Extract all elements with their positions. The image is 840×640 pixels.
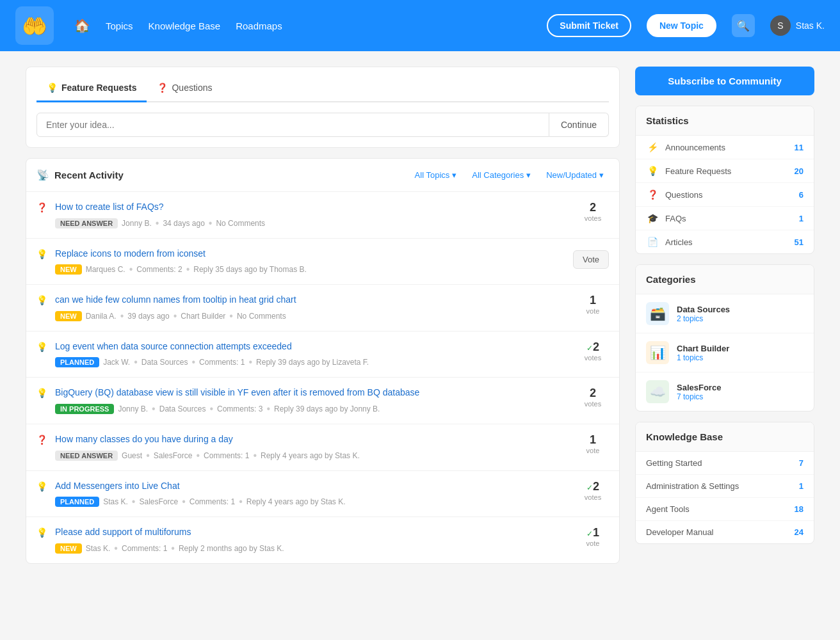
category-topics: 2 topics: [677, 314, 804, 323]
all-categories-filter[interactable]: All Categories ▾: [467, 168, 536, 182]
activity-header: 📡 Recent Activity All Topics ▾ All Categ…: [26, 159, 619, 192]
topic-row: ❓ How to create list of FAQs? Need Answe…: [26, 192, 619, 239]
kb-count: 1: [799, 481, 804, 491]
vote-area: 1 vote: [577, 433, 609, 454]
stat-label: Questions: [665, 190, 793, 200]
topic-title[interactable]: Please add support of multiforums: [55, 526, 569, 539]
topic-title[interactable]: How to create list of FAQs?: [55, 201, 569, 214]
vote-label: votes: [577, 354, 609, 362]
home-icon[interactable]: 🏠: [74, 18, 90, 33]
topic-title[interactable]: BigQuery (BQ) database view is still vis…: [55, 387, 569, 399]
nav-topics[interactable]: Topics: [106, 20, 133, 31]
vote-check: ✓: [586, 483, 593, 492]
stat-label: Articles: [665, 237, 788, 247]
stat-icon: 💡: [646, 166, 659, 176]
vote-area: ✓1 vote: [577, 526, 609, 547]
vote-count: 2: [590, 201, 596, 214]
topic-title[interactable]: How many classes do you have during a da…: [55, 433, 569, 446]
all-topics-filter[interactable]: All Topics ▾: [410, 168, 462, 182]
stat-row: 📄 Articles 51: [636, 230, 814, 253]
kb-row[interactable]: Administration & Settings 1: [636, 475, 814, 498]
category-info: SalesForce 7 topics: [677, 383, 804, 401]
kb-label: Agent Tools: [646, 504, 795, 514]
topic-title[interactable]: Log event when data source connection at…: [55, 340, 569, 353]
kb-list: Getting Started 7 Administration & Setti…: [636, 452, 814, 543]
topic-type-icon: 💡: [36, 388, 47, 398]
continue-button[interactable]: Continue: [549, 113, 609, 137]
category-row[interactable]: 📊 Chart Builder 1 topics: [636, 333, 814, 372]
topic-title[interactable]: Replace icons to modern from iconset: [55, 248, 565, 260]
topic-row: 💡 can we hide few column names from tool…: [26, 285, 619, 332]
topic-content: Log event when data source connection at…: [55, 340, 569, 369]
vote-count: 2: [593, 480, 599, 493]
kb-row[interactable]: Developer Manual 24: [636, 521, 814, 543]
categories-section: Categories 🗃️ Data Sources 2 topics 📊 Ch…: [635, 264, 814, 412]
kb-count: 18: [795, 504, 804, 514]
topic-title[interactable]: can we hide few column names from toolti…: [55, 294, 569, 307]
stat-count: 51: [795, 237, 804, 247]
subscribe-button[interactable]: Subscribe to Community: [635, 67, 814, 95]
activity-section: 📡 Recent Activity All Topics ▾ All Categ…: [26, 158, 620, 564]
main-content: 💡 Feature Requests ❓ Questions Continue …: [10, 51, 830, 579]
vote-count: 1: [593, 526, 599, 539]
kb-row[interactable]: Getting Started 7: [636, 452, 814, 475]
tab-questions[interactable]: ❓ Questions: [147, 77, 222, 102]
activity-title: Recent Activity: [54, 170, 405, 180]
stat-icon: 📄: [646, 237, 659, 247]
user-area[interactable]: S Stas K.: [770, 15, 825, 36]
category-row[interactable]: ☁️ SalesForce 7 topics: [636, 372, 814, 411]
search-icon: 🔍: [737, 20, 750, 32]
vote-count: 2: [590, 387, 596, 399]
vote-area: 2 votes: [577, 201, 609, 222]
kb-row[interactable]: Agent Tools 18: [636, 498, 814, 521]
topic-row: 💡 BigQuery (BQ) database view is still v…: [26, 378, 619, 424]
topic-meta: New Stas K.•Comments: 1•Reply 2 months a…: [55, 543, 569, 554]
categories-title: Categories: [636, 265, 814, 294]
tab-feature-requests[interactable]: 💡 Feature Requests: [36, 77, 147, 102]
nav-roadmaps[interactable]: Roadmaps: [236, 20, 282, 31]
status-badge: In Progress: [55, 404, 114, 414]
kb-label: Getting Started: [646, 458, 799, 468]
svg-text:🤲: 🤲: [22, 14, 47, 38]
topic-type-icon: 💡: [36, 249, 47, 259]
vote-label: vote: [577, 307, 609, 315]
vote-area: 1 vote: [577, 294, 609, 315]
topic-meta: New Danila A.•39 days ago•Chart Builder•…: [55, 310, 569, 322]
search-button[interactable]: 🔍: [732, 14, 755, 37]
stat-row: 🎓 FAQs 1: [636, 207, 814, 230]
knowledge-base-section: Knowledge Base Getting Started 7 Adminis…: [635, 422, 814, 544]
idea-input[interactable]: [36, 113, 549, 137]
vote-area: 2 votes: [577, 387, 609, 408]
category-icon: 🗃️: [646, 302, 669, 325]
topic-meta: Need Answer Jonny B.•34 days ago•No Comm…: [55, 218, 569, 229]
stat-label: Feature Requests: [665, 166, 788, 176]
new-topic-button[interactable]: New Topic: [647, 14, 716, 37]
category-icon: 📊: [646, 341, 669, 364]
vote-label: vote: [577, 540, 609, 547]
vote-button[interactable]: Vote: [573, 250, 609, 269]
status-badge: Planned: [55, 497, 99, 507]
topic-row: ❓ How many classes do you have during a …: [26, 424, 619, 471]
tabs: 💡 Feature Requests ❓ Questions: [36, 77, 609, 102]
submit-ticket-button[interactable]: Submit Ticket: [547, 14, 631, 37]
idea-input-row: Continue: [36, 102, 609, 147]
vote-label: vote: [577, 447, 609, 454]
vote-check: ✓: [586, 529, 593, 538]
stat-row: ⚡ Announcements 11: [636, 136, 814, 159]
topic-content: Please add support of multiforums New St…: [55, 526, 569, 554]
stat-label: FAQs: [665, 214, 793, 223]
kb-count: 7: [799, 458, 804, 468]
topic-title[interactable]: Add Messengers into Live Chat: [55, 480, 569, 493]
all-categories-label: All Categories: [472, 170, 524, 180]
nav-knowledge-base[interactable]: Knowledge Base: [149, 20, 221, 31]
vote-count: 1: [590, 433, 596, 446]
topic-meta: New Marques C.•Comments: 2•Reply 35 days…: [55, 264, 565, 275]
vote-count: 2: [593, 340, 599, 353]
topic-meta: Planned Jack W.•Data Sources•Comments: 1…: [55, 356, 569, 368]
vote-area: Vote: [573, 248, 609, 269]
stat-count: 11: [795, 143, 804, 152]
category-row[interactable]: 🗃️ Data Sources 2 topics: [636, 294, 814, 333]
new-updated-filter[interactable]: New/Updated ▾: [541, 168, 609, 182]
all-categories-chevron: ▾: [526, 170, 531, 180]
stat-count: 1: [799, 214, 804, 223]
